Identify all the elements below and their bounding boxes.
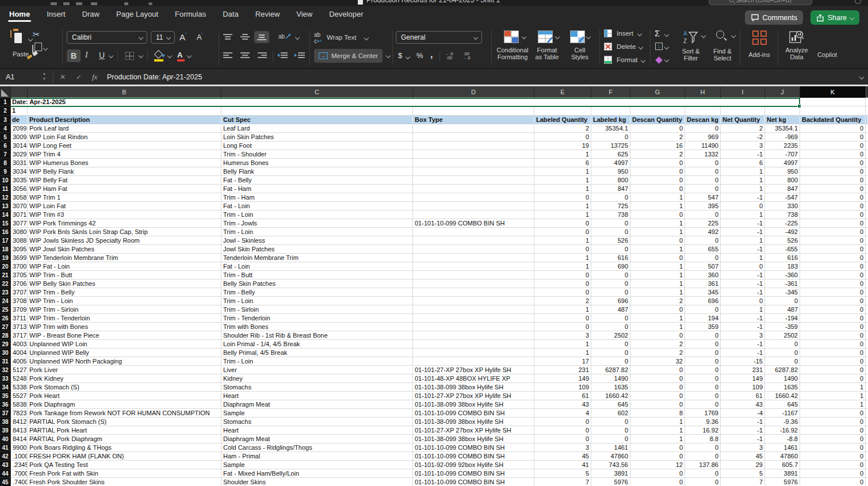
cell-code[interactable]: 3070 <box>11 202 28 211</box>
cell-partial[interactable] <box>866 124 868 133</box>
row-header[interactable]: 25 <box>0 305 11 314</box>
toolbar-icon-fragment[interactable] <box>63 2 70 5</box>
percent-format-button[interactable]: % <box>416 51 423 60</box>
formula-input[interactable]: Production Date: Apr-21-2025 <box>107 69 202 85</box>
cell-descan-quantity[interactable]: 0 <box>630 176 685 185</box>
cell-labeled-quantity[interactable] <box>534 106 591 115</box>
cell-cut-spec[interactable]: Trim with Bones <box>221 323 413 331</box>
cell-product-description[interactable]: WIP Loin Fat <box>28 202 221 211</box>
cell-box-type[interactable] <box>413 133 534 141</box>
cell-product-description[interactable]: PARTIAL Pork Diaphragm <box>28 435 221 443</box>
cell-backdated-quantity[interactable]: 0 <box>800 435 866 443</box>
header-partial[interactable] <box>866 116 868 124</box>
row-header[interactable]: 41 <box>0 443 11 452</box>
cell-net-quantity[interactable]: 1 <box>721 185 765 193</box>
row-header[interactable]: 1 <box>0 98 11 106</box>
cell-production-date[interactable]: Date: Apr-21-2025 <box>11 98 800 106</box>
cell-net-kg[interactable]: -359 <box>765 323 800 331</box>
cell-net-kg[interactable]: 0 <box>765 297 800 305</box>
clear-dropdown-icon[interactable] <box>664 58 669 62</box>
cell-product-description[interactable]: Fresh Pork Fat with Skin <box>28 469 221 478</box>
header-descan-quantity[interactable]: Descan Quantity <box>630 116 685 124</box>
cell-partial[interactable] <box>866 400 868 409</box>
cell-net-kg[interactable]: 0 <box>765 349 800 357</box>
cell-code[interactable]: 4005 <box>11 357 28 366</box>
cell-backdated-quantity[interactable]: 0 <box>800 374 866 383</box>
cell-cut-spec[interactable]: Diaphragm Meat <box>221 435 413 443</box>
row-header[interactable]: 42 <box>0 452 11 461</box>
row-header[interactable]: 4 <box>0 124 11 133</box>
cell-partial[interactable] <box>866 478 868 486</box>
comments-button[interactable]: Comments <box>745 10 803 25</box>
cell-net-kg[interactable]: 950 <box>765 167 800 176</box>
cell-code[interactable]: 5248 <box>11 374 28 383</box>
cell-labeled-kg[interactable]: 743.56 <box>591 461 630 469</box>
cell-backdated-quantity[interactable]: 0 <box>800 150 866 159</box>
cell-net-quantity[interactable]: -1 <box>721 150 765 159</box>
cell-net-quantity[interactable]: 0 <box>721 202 765 211</box>
cell-cut-spec[interactable]: Jowl - Skinless <box>221 236 413 245</box>
row-header[interactable]: 33 <box>0 374 11 383</box>
cell-descan-quantity[interactable]: 1 <box>630 314 685 323</box>
cell-partial[interactable] <box>866 211 868 219</box>
cell-cut-spec[interactable]: Long Foot <box>221 141 413 150</box>
cell-box-type[interactable] <box>413 357 534 366</box>
cell-box-type[interactable] <box>413 228 534 236</box>
column-header-j[interactable]: J <box>765 86 800 98</box>
cell-labeled-kg[interactable]: 3891 <box>591 469 630 478</box>
cell-labeled-quantity[interactable]: 43 <box>534 400 591 409</box>
formula-bar-expand-icon[interactable] <box>859 75 864 79</box>
cell-net-kg[interactable]: 0 <box>765 357 800 366</box>
cell-backdated-quantity[interactable]: 0 <box>800 133 866 141</box>
cell-descan-kg[interactable]: 1332 <box>685 150 721 159</box>
cell-descan-kg[interactable]: 0 <box>685 349 721 357</box>
underline-dropdown-icon[interactable] <box>109 53 113 58</box>
cell-labeled-kg[interactable]: 800 <box>591 176 630 185</box>
cell-labeled-quantity[interactable]: 7 <box>534 478 591 486</box>
cell-partial[interactable] <box>866 141 868 150</box>
cell-code[interactable]: .7400 <box>11 478 28 486</box>
cell-cut-spec[interactable]: Sample <box>221 461 413 469</box>
cell-box-type[interactable] <box>413 254 534 262</box>
delete-cells-button[interactable]: Delete <box>604 43 643 51</box>
cell-net-quantity[interactable]: 1 <box>721 254 765 262</box>
cell-cut-spec[interactable]: Trim - Loin <box>221 297 413 305</box>
cell-code[interactable]: 3034 <box>11 167 28 176</box>
cell-product-description[interactable]: WIP Trim - Loin <box>28 297 221 305</box>
cell-net-kg[interactable]: 1490 <box>765 374 800 383</box>
cell-descan-quantity[interactable]: 0 <box>630 305 685 314</box>
cell-descan-quantity[interactable]: 2 <box>630 133 685 141</box>
cell-cut-spec[interactable]: Loin Skin Patches <box>221 133 413 141</box>
cell-box-type[interactable] <box>413 349 534 357</box>
cell-net-quantity[interactable]: 2 <box>721 124 765 133</box>
cell-cut-spec[interactable]: Fat - Belly <box>221 176 413 185</box>
cell-labeled-kg[interactable]: 0 <box>591 288 630 297</box>
cell-net-kg[interactable]: -1167 <box>765 409 800 418</box>
row-header[interactable]: 10 <box>0 176 11 185</box>
cell-partial[interactable] <box>866 150 868 159</box>
tab-data[interactable]: Data <box>223 10 238 24</box>
cell-labeled-quantity[interactable]: 41 <box>534 461 591 469</box>
cell-net-quantity[interactable]: -1 <box>721 340 765 349</box>
cell-box-type[interactable] <box>413 124 534 133</box>
account-icon[interactable] <box>855 0 861 4</box>
cell-product-description[interactable]: PARTIAL Pork Heart <box>28 426 221 435</box>
cell-labeled-quantity[interactable]: 2 <box>534 124 591 133</box>
cell-descan-kg[interactable]: 0 <box>685 167 721 176</box>
cell-labeled-quantity[interactable]: 19 <box>534 141 591 150</box>
cell-net-quantity[interactable]: 61 <box>721 392 765 400</box>
merge-center-button[interactable]: ↔ Merge & Center <box>314 49 383 63</box>
row-header[interactable]: 21 <box>0 271 11 280</box>
align-bottom-button[interactable] <box>254 31 269 43</box>
column-header-c[interactable]: C <box>221 86 413 98</box>
cell-labeled-kg[interactable] <box>591 106 630 115</box>
cell-partial[interactable] <box>866 357 868 366</box>
cell-cut-spec[interactable]: Trim - Loin <box>221 357 413 366</box>
cell-net-kg[interactable]: 487 <box>765 305 800 314</box>
cell-partial[interactable] <box>866 314 868 323</box>
fill-button[interactable]: ↓ <box>655 43 663 50</box>
cell-product-description[interactable]: WIP Jowls Skinless JD Specialty Room <box>28 236 221 245</box>
cell-backdated-quantity[interactable]: 0 <box>800 202 866 211</box>
cell-box-type[interactable] <box>413 280 534 288</box>
bold-button[interactable]: B <box>67 49 81 62</box>
